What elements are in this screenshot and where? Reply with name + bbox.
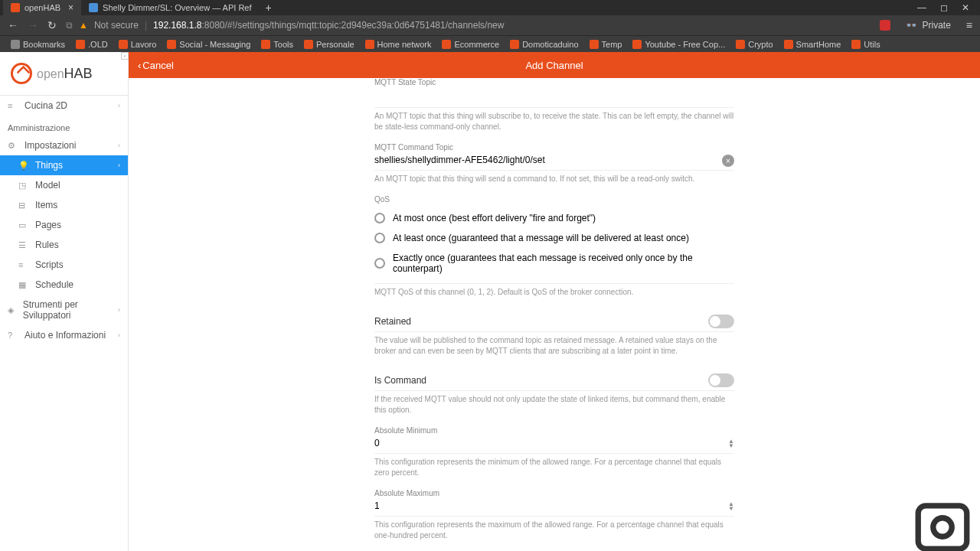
radio-icon xyxy=(374,258,385,269)
bookmark-item[interactable]: Personale xyxy=(299,40,359,49)
code-icon: ≡ xyxy=(18,260,29,269)
qos-option-0[interactable]: At most once (best effort delivery "fire… xyxy=(374,208,734,228)
security-status: Not secure xyxy=(94,20,139,31)
bookmark-item[interactable]: Tools xyxy=(256,40,298,49)
qos-option-1[interactable]: At least once (guaranteed that a message… xyxy=(374,228,734,248)
watermark-logo xyxy=(914,502,971,551)
bookmark-item[interactable]: Social - Messaging xyxy=(162,40,255,49)
retained-help: The value will be published to the comma… xyxy=(374,335,734,357)
layout-icon: ▭ xyxy=(18,220,29,230)
sidebar-item-pages[interactable]: ▭ Pages xyxy=(0,215,128,235)
bookmark-item[interactable]: Lavoro xyxy=(114,40,162,49)
extension-icon[interactable] xyxy=(880,20,890,31)
lightbulb-icon: 💡 xyxy=(18,161,29,171)
tab-title: Shelly Dimmer/SL: Overview — API Ref xyxy=(103,3,251,12)
logo[interactable]: openHAB ‹ xyxy=(0,52,128,96)
address-bar[interactable]: ⧉ ▲ Not secure | 192.168.1.8:8080/#!/set… xyxy=(66,20,871,31)
sidebar-item-items[interactable]: ⊟ Items xyxy=(0,195,128,215)
url-text: 192.168.1.8:8080/#!/settings/things/mqtt… xyxy=(153,20,504,31)
command-topic-label: MQTT Command Topic xyxy=(374,143,734,152)
new-tab-button[interactable]: + xyxy=(260,2,278,14)
chevron-right-icon: › xyxy=(118,161,120,169)
radio-icon xyxy=(374,233,385,243)
number-stepper[interactable]: ▲▼ xyxy=(728,439,734,448)
chevron-right-icon: › xyxy=(118,142,120,149)
back-button[interactable]: ← xyxy=(8,19,18,31)
warning-icon: ▲ xyxy=(79,20,88,31)
is-command-label: Is Command xyxy=(374,375,426,386)
chevron-right-icon: › xyxy=(118,331,120,339)
mask-icon: 👓 xyxy=(906,20,917,31)
layers-icon: ≡ xyxy=(8,101,18,110)
qos-radio-group: At most once (best effort delivery "fire… xyxy=(374,208,734,279)
bookmark-item[interactable]: Ecommerce xyxy=(437,40,504,49)
bookmark-item[interactable]: SmartHome xyxy=(779,40,846,49)
state-topic-input[interactable] xyxy=(374,86,734,106)
openhab-favicon xyxy=(11,3,20,12)
private-mode-badge[interactable]: 👓 Private xyxy=(900,18,956,32)
sidebar-item-help[interactable]: ? Aiuto e Informazioni › xyxy=(0,325,128,345)
qos-option-2[interactable]: Exactly once (guarantees that each messa… xyxy=(374,248,734,279)
radio-icon xyxy=(374,213,385,223)
sidebar-item-rules[interactable]: ☰ Rules xyxy=(0,235,128,255)
close-button[interactable]: ✕ xyxy=(962,2,969,13)
browser-tab-1[interactable]: Shelly Dimmer/SL: Overview — API Ref xyxy=(81,0,259,15)
browser-tab-0[interactable]: openHAB × xyxy=(3,0,81,15)
close-icon[interactable]: × xyxy=(68,2,74,13)
sidebar-item-impostazioni[interactable]: ⚙ Impostazioni › xyxy=(0,135,128,155)
sidebar-item-things[interactable]: 💡 Things › xyxy=(0,155,128,175)
bookmark-item[interactable]: Domoticaduino xyxy=(505,40,583,49)
bookmark-item[interactable]: Home network xyxy=(361,40,436,49)
is-command-toggle[interactable] xyxy=(708,373,734,387)
abs-min-label: Absolute Minimum xyxy=(374,426,734,435)
calendar-icon: ▦ xyxy=(18,280,29,290)
page-title: Add Channel xyxy=(525,60,583,71)
sidebar-item-devtools[interactable]: ◈ Strumenti per Sviluppatori › xyxy=(0,295,128,325)
bookmark-item[interactable]: Youtube - Free Cop... xyxy=(628,40,730,49)
retained-label: Retained xyxy=(374,316,411,327)
state-topic-help: An MQTT topic that this thing will subsc… xyxy=(374,111,734,132)
svg-point-1 xyxy=(933,518,952,536)
forward-button[interactable]: → xyxy=(28,19,38,31)
gear-icon: ⚙ xyxy=(8,141,18,151)
clear-button[interactable]: × xyxy=(722,155,734,167)
maximize-button[interactable]: ◻ xyxy=(940,2,948,13)
sidebar-item-schedule[interactable]: ▦ Schedule xyxy=(0,275,128,295)
window-controls: — ◻ ✕ xyxy=(917,2,977,13)
abs-min-input[interactable] xyxy=(374,435,728,453)
bookmark-item[interactable]: Crypto xyxy=(731,40,777,49)
number-stepper[interactable]: ▲▼ xyxy=(728,502,734,511)
reload-button[interactable]: ↻ xyxy=(47,19,57,31)
bookmark-item[interactable]: Utils xyxy=(847,40,884,49)
tab-title: openHAB xyxy=(24,3,60,12)
chevron-right-icon: › xyxy=(118,102,120,109)
state-topic-label: MQTT State Topic xyxy=(374,78,734,86)
abs-max-label: Absolute Maximum xyxy=(374,489,734,497)
cancel-button[interactable]: ‹ Cancel xyxy=(138,60,174,71)
sidebar: openHAB ‹ ≡ Cucina 2D › Amministrazione … xyxy=(0,52,129,551)
svg-rect-0 xyxy=(918,506,967,549)
sidebar-item-model[interactable]: ◳ Model xyxy=(0,175,128,195)
main-content: ‹ Cancel Add Channel MQTT State Topic An… xyxy=(129,52,980,551)
list-icon: ☰ xyxy=(18,240,29,250)
abs-max-input[interactable] xyxy=(374,497,728,516)
bookmark-item[interactable]: Temp xyxy=(585,40,627,49)
browser-toolbar: ← → ↻ ⧉ ▲ Not secure | 192.168.1.8:8080/… xyxy=(0,15,980,35)
sidebar-item-scripts[interactable]: ≡ Scripts xyxy=(0,255,128,275)
collapse-sidebar-button[interactable]: ‹ xyxy=(121,52,129,60)
command-topic-input[interactable] xyxy=(374,152,722,170)
bookmarks-bar: Bookmarks .OLD Lavoro Social - Messaging… xyxy=(0,35,980,52)
menu-button[interactable]: ≡ xyxy=(966,19,972,31)
bookmark-item[interactable]: Bookmarks xyxy=(6,40,70,49)
toggle-icon: ⊟ xyxy=(18,201,29,210)
chevron-right-icon: › xyxy=(118,306,120,314)
retained-toggle[interactable] xyxy=(708,315,734,328)
abs-min-help: This configuration represents the minimu… xyxy=(374,457,734,478)
minimize-button[interactable]: — xyxy=(917,2,926,13)
command-topic-help: An MQTT topic that this thing will send … xyxy=(374,174,734,184)
chevron-left-icon: ‹ xyxy=(138,60,141,71)
bookmark-item[interactable]: .OLD xyxy=(71,40,113,49)
form-area[interactable]: MQTT State Topic An MQTT topic that this… xyxy=(129,78,980,551)
page-header: ‹ Cancel Add Channel xyxy=(129,52,980,78)
sidebar-location[interactable]: ≡ Cucina 2D › xyxy=(0,96,128,116)
